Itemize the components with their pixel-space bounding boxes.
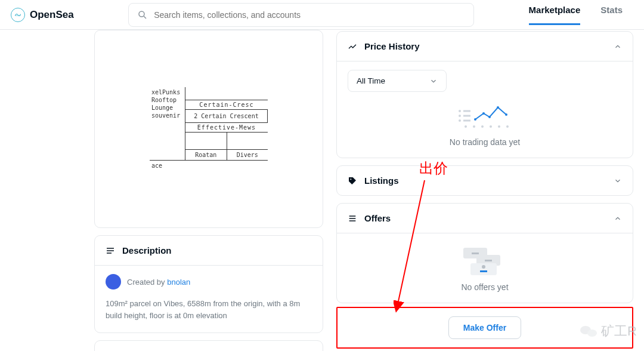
offers-title: Offers <box>364 213 391 223</box>
svg-point-21 <box>498 125 500 128</box>
description-header[interactable]: Description <box>95 236 323 265</box>
preview-text: 2 Certain Crescent <box>185 110 268 122</box>
svg-point-8 <box>459 119 461 122</box>
brand-logo[interactable]: OpenSea <box>11 8 74 22</box>
offers-empty: No offers yet <box>348 282 622 292</box>
svg-point-18 <box>473 125 475 128</box>
offers-body: No offers yet <box>337 233 633 303</box>
chart-icon <box>348 42 357 51</box>
annotation-label: 出价 <box>419 159 448 178</box>
preview-text: Rooftop <box>151 96 183 104</box>
svg-point-33 <box>482 265 485 269</box>
created-by-label: Created by <box>127 278 167 287</box>
chevron-down-icon <box>614 177 622 185</box>
preview-text: ace <box>150 160 268 171</box>
time-filter-select[interactable]: All Time <box>348 70 447 92</box>
preview-text: Roatan <box>185 150 227 160</box>
svg-rect-30 <box>485 260 492 261</box>
price-tag-icon <box>348 176 357 186</box>
right-column: Price History All Time No trading dat <box>336 30 633 351</box>
offers-card: Offers No offers yet <box>336 203 633 303</box>
description-card: Description Created by bnolan 109m² parc… <box>94 235 323 333</box>
svg-point-19 <box>481 125 484 128</box>
preview-text: Effective-Mews <box>185 122 268 133</box>
svg-point-0 <box>139 11 144 17</box>
watermark: 矿工R <box>580 322 637 340</box>
search-box[interactable] <box>128 3 474 27</box>
price-history-header[interactable]: Price History <box>337 32 633 61</box>
svg-rect-28 <box>472 253 479 254</box>
description-body: Created by bnolan 109m² parcel on Vibes,… <box>95 265 323 332</box>
empty-offers-icon <box>460 247 510 276</box>
watermark-text: 矿工R <box>601 322 637 340</box>
properties-card: Properties <box>94 340 323 351</box>
opensea-logo-icon <box>11 8 25 22</box>
search-wrap <box>74 3 529 27</box>
listings-card: Listings <box>336 165 633 196</box>
svg-point-13 <box>482 112 485 115</box>
make-offer-button[interactable]: Make Offer <box>448 316 521 339</box>
svg-point-16 <box>505 113 507 116</box>
search-icon <box>137 10 148 20</box>
nav-marketplace[interactable]: Marketplace <box>529 5 581 25</box>
svg-point-23 <box>350 178 351 180</box>
brand-name: OpenSea <box>30 9 74 21</box>
empty-chart-icon <box>455 101 515 129</box>
nft-image-card: xelPunks Rooftop Lounge souvenir Certain… <box>94 30 323 228</box>
preview-text: xelPunks <box>151 88 183 96</box>
price-history-card: Price History All Time No trading dat <box>336 31 633 158</box>
creator-link[interactable]: bnolan <box>167 278 190 287</box>
preview-text: Lounge <box>151 104 183 112</box>
description-icon <box>106 246 115 255</box>
app-header: OpenSea Marketplace Stats <box>0 0 644 30</box>
svg-point-7 <box>459 115 461 117</box>
wechat-icon <box>580 325 597 338</box>
creator-text: Created by bnolan <box>127 278 190 287</box>
price-history-body: All Time No trading data yet <box>337 61 633 158</box>
description-text: 109m² parcel on Vibes, 6588m from the or… <box>106 298 312 322</box>
listings-header[interactable]: Listings <box>337 166 633 195</box>
main-content: xelPunks Rooftop Lounge souvenir Certain… <box>0 30 644 351</box>
left-column: xelPunks Rooftop Lounge souvenir Certain… <box>94 30 323 351</box>
svg-point-12 <box>474 118 476 121</box>
nft-parcel-preview: xelPunks Rooftop Lounge souvenir Certain… <box>150 87 268 171</box>
svg-line-1 <box>144 16 146 19</box>
top-nav: Marketplace Stats <box>529 5 623 25</box>
preview-text: Certain-Cresc <box>185 100 268 110</box>
list-icon <box>348 214 357 223</box>
svg-point-14 <box>488 116 491 118</box>
offers-header[interactable]: Offers <box>337 204 633 233</box>
svg-point-15 <box>497 106 499 109</box>
preview-text: souvenir <box>151 112 183 119</box>
price-history-empty: No trading data yet <box>348 137 622 147</box>
description-title: Description <box>122 245 172 255</box>
price-history-title: Price History <box>364 41 420 51</box>
search-input[interactable] <box>154 10 465 20</box>
svg-point-17 <box>465 125 467 128</box>
chevron-up-icon <box>614 42 622 51</box>
listings-title: Listings <box>364 176 399 186</box>
properties-header[interactable]: Properties <box>95 341 323 351</box>
svg-point-20 <box>490 125 492 128</box>
chevron-up-icon <box>614 214 622 223</box>
creator-row: Created by bnolan <box>106 274 312 290</box>
creator-avatar[interactable] <box>106 274 121 290</box>
preview-text: Divers <box>227 150 268 160</box>
svg-rect-32 <box>480 270 487 272</box>
svg-point-22 <box>506 125 509 128</box>
nav-stats[interactable]: Stats <box>600 5 623 25</box>
svg-point-6 <box>459 110 461 112</box>
svg-point-36 <box>587 330 597 337</box>
time-filter-value: All Time <box>357 76 385 85</box>
